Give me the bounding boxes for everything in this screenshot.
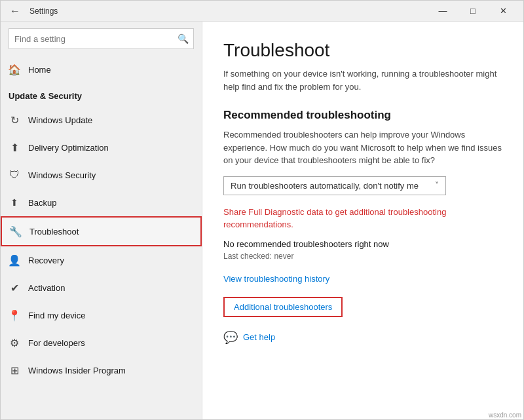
dropdown-value: Run troubleshooters automatically, don't… xyxy=(231,181,419,191)
last-checked-text: Last checked: never xyxy=(223,252,502,261)
sidebar-item-find-my-device[interactable]: 📍 Find my device xyxy=(1,301,202,329)
sidebar-item-windows-update[interactable]: ↻ Windows Update xyxy=(1,106,202,134)
sidebar-item-find-my-device-label: Find my device xyxy=(28,311,85,320)
additional-troubleshooters-link[interactable]: Additional troubleshooters xyxy=(223,297,343,317)
home-icon: 🏠 xyxy=(9,64,20,75)
sidebar-item-for-developers[interactable]: ⚙ For developers xyxy=(1,329,202,356)
page-title: Troubleshoot xyxy=(223,40,502,61)
sidebar-item-for-developers-label: For developers xyxy=(28,338,85,348)
settings-window: ← Settings — □ ✕ 🔍 🏠 Home Update & Secur… xyxy=(0,0,524,420)
delivery-optimization-icon: ⬆ xyxy=(9,142,20,153)
get-help-label: Get help xyxy=(243,332,275,342)
troubleshoot-icon: 🔧 xyxy=(10,225,22,237)
share-diagnostic-link[interactable]: Share Full Diagnostic data to get additi… xyxy=(223,206,502,231)
for-developers-icon: ⚙ xyxy=(9,337,20,349)
sidebar-item-recovery[interactable]: 👤 Recovery xyxy=(1,246,202,274)
search-input[interactable] xyxy=(9,28,194,49)
sidebar-item-windows-security[interactable]: 🛡 Windows Security xyxy=(1,161,202,189)
sidebar-item-windows-insider[interactable]: ⊞ Windows Insider Program xyxy=(1,356,202,384)
back-button[interactable]: ← xyxy=(6,2,24,20)
sidebar-item-delivery-optimization[interactable]: ⬆ Delivery Optimization xyxy=(1,134,202,161)
get-help-icon: 💬 xyxy=(223,330,238,345)
sidebar: 🔍 🏠 Home Update & Security ↻ Windows Upd… xyxy=(1,22,202,419)
windows-insider-icon: ⊞ xyxy=(9,364,20,376)
windows-security-icon: 🛡 xyxy=(9,169,20,181)
sidebar-item-home-label: Home xyxy=(28,65,51,75)
recommended-section-desc: Recommended troubleshooters can help imp… xyxy=(223,128,502,167)
backup-icon: ⬆ xyxy=(9,197,20,208)
watermark: wsxdn.com xyxy=(489,411,521,419)
titlebar-title: Settings xyxy=(29,7,58,16)
sidebar-item-windows-security-label: Windows Security xyxy=(28,170,96,180)
sidebar-item-windows-update-label: Windows Update xyxy=(28,115,92,125)
search-container: 🔍 xyxy=(9,28,194,49)
minimize-button[interactable]: — xyxy=(428,1,458,22)
sidebar-item-activation-label: Activation xyxy=(28,283,65,293)
main-content: 🔍 🏠 Home Update & Security ↻ Windows Upd… xyxy=(1,22,523,419)
maximize-button[interactable]: □ xyxy=(458,1,488,22)
windows-update-icon: ↻ xyxy=(9,114,20,126)
troubleshooter-dropdown[interactable]: Run troubleshooters automatically, don't… xyxy=(223,176,446,195)
right-panel: Troubleshoot If something on your device… xyxy=(202,22,523,419)
find-my-device-icon: 📍 xyxy=(9,309,20,321)
sidebar-item-home[interactable]: 🏠 Home xyxy=(1,56,202,83)
get-help-row[interactable]: 💬 Get help xyxy=(223,330,502,345)
titlebar: ← Settings — □ ✕ xyxy=(1,1,523,22)
sidebar-section-title: Update & Security xyxy=(1,83,202,106)
activation-icon: ✔ xyxy=(9,282,20,294)
sidebar-item-backup-label: Backup xyxy=(28,198,56,208)
no-recommended-text: No recommended troubleshooters right now xyxy=(223,239,502,249)
search-icon: 🔍 xyxy=(178,33,189,44)
sidebar-item-activation[interactable]: ✔ Activation xyxy=(1,274,202,301)
sidebar-item-recovery-label: Recovery xyxy=(28,256,64,265)
page-subtitle: If something on your device isn't workin… xyxy=(223,67,502,93)
recovery-icon: 👤 xyxy=(9,254,20,266)
sidebar-item-troubleshoot[interactable]: 🔧 Troubleshoot xyxy=(1,216,202,246)
sidebar-item-windows-insider-label: Windows Insider Program xyxy=(28,366,126,375)
sidebar-item-troubleshoot-label: Troubleshoot xyxy=(29,227,79,237)
sidebar-item-backup[interactable]: ⬆ Backup xyxy=(1,189,202,216)
chevron-down-icon: ˅ xyxy=(435,181,439,190)
sidebar-item-delivery-optimization-label: Delivery Optimization xyxy=(28,143,109,153)
titlebar-left: ← Settings xyxy=(6,2,58,20)
view-troubleshooting-history-link[interactable]: View troubleshooting history xyxy=(223,274,502,284)
close-button[interactable]: ✕ xyxy=(488,1,518,22)
titlebar-controls: — □ ✕ xyxy=(428,1,518,22)
recommended-section-title: Recommended troubleshooting xyxy=(223,109,502,122)
